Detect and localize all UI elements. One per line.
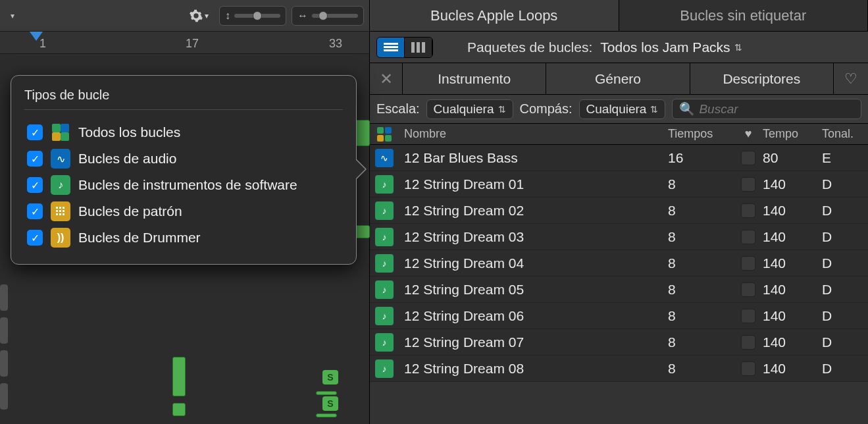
midi-region[interactable] bbox=[172, 403, 186, 416]
favorite-checkbox[interactable] bbox=[741, 282, 755, 297]
checkbox-checked[interactable]: ✓ bbox=[27, 230, 43, 246]
favorite-checkbox[interactable] bbox=[741, 361, 755, 376]
col-tempo[interactable]: Tempo bbox=[763, 127, 822, 141]
loop-beats: 8 bbox=[668, 176, 734, 192]
loop-row[interactable]: ∿12 Bar Blues Bass1680E bbox=[370, 145, 868, 171]
loop-key: D bbox=[822, 282, 868, 298]
loop-type-option[interactable]: ✓∿Bucles de audio bbox=[24, 146, 343, 172]
loop-row[interactable]: ♪12 String Dream 018140D bbox=[370, 171, 868, 198]
tab-apple-loops[interactable]: Bucles Apple Loops bbox=[370, 0, 619, 31]
filter-row: ✕ Instrumento Género Descriptores ♡ bbox=[370, 63, 868, 95]
favorite-checkbox[interactable] bbox=[741, 256, 755, 271]
checkbox-checked[interactable]: ✓ bbox=[27, 124, 43, 140]
loop-row[interactable]: ♪12 String Dream 078140D bbox=[370, 329, 868, 356]
favorite-checkbox[interactable] bbox=[741, 309, 755, 323]
filter-descriptors[interactable]: Descriptores bbox=[690, 63, 834, 94]
loop-key: D bbox=[822, 176, 868, 192]
loop-row[interactable]: ♪12 String Dream 088140D bbox=[370, 356, 868, 382]
chevron-updown-icon: ⇅ bbox=[498, 104, 506, 115]
svg-rect-2 bbox=[59, 207, 61, 209]
col-key[interactable]: Tonal. bbox=[822, 127, 868, 141]
arrange-toolbar: ▾ ▾ ↕ ↔ bbox=[0, 0, 369, 32]
loop-name: 12 String Dream 06 bbox=[399, 308, 668, 324]
tab-untagged-loops[interactable]: Bucles sin etiquetar bbox=[619, 0, 869, 31]
midi-region[interactable] bbox=[316, 391, 337, 395]
loop-beats: 8 bbox=[668, 255, 734, 271]
chevron-updown-icon: ⇅ bbox=[734, 42, 742, 53]
svg-rect-8 bbox=[59, 213, 61, 215]
timeline-ruler[interactable]: 1 17 33 bbox=[0, 32, 369, 54]
loop-beats: 8 bbox=[668, 229, 734, 245]
loop-name: 12 Bar Blues Bass bbox=[399, 150, 668, 166]
col-beats[interactable]: Tiempos bbox=[668, 127, 734, 141]
checkbox-checked[interactable]: ✓ bbox=[27, 203, 43, 219]
favorite-checkbox[interactable] bbox=[741, 335, 755, 350]
track-dropdown[interactable]: ▾ bbox=[3, 8, 22, 24]
loop-key: E bbox=[822, 150, 868, 166]
solo-badge[interactable]: S bbox=[322, 370, 338, 384]
loop-type-option[interactable]: ✓Todos los bucles bbox=[24, 119, 343, 146]
favorite-checkbox[interactable] bbox=[741, 203, 755, 218]
list-view-icon bbox=[384, 43, 398, 52]
loop-type-option[interactable]: ✓))Bucles de Drummer bbox=[24, 225, 343, 251]
loop-beats: 8 bbox=[668, 308, 734, 324]
checkbox-checked[interactable]: ✓ bbox=[27, 151, 43, 167]
svg-rect-14 bbox=[417, 42, 420, 53]
option-label: Bucles de patrón bbox=[78, 203, 182, 219]
packs-row: Paquetes de bucles: Todos los Jam Packs … bbox=[370, 32, 868, 63]
ruler-mark: 17 bbox=[186, 37, 199, 51]
col-name[interactable]: Nombre bbox=[399, 127, 668, 141]
favorite-checkbox[interactable] bbox=[741, 177, 755, 192]
loop-tempo: 140 bbox=[763, 203, 822, 219]
option-label: Bucles de instrumentos de software bbox=[78, 177, 297, 193]
loop-row[interactable]: ♪12 String Dream 038140D bbox=[370, 224, 868, 250]
loop-type-option[interactable]: ✓Bucles de patrón bbox=[24, 198, 343, 225]
software-loop-icon: ♪ bbox=[51, 175, 70, 195]
gear-menu[interactable]: ▾ bbox=[189, 9, 209, 23]
filter-genre[interactable]: Género bbox=[546, 63, 690, 94]
favorite-checkbox[interactable] bbox=[741, 230, 755, 244]
loop-browser: Bucles Apple Loops Bucles sin etiquetar … bbox=[370, 0, 868, 424]
scale-label: Escala: bbox=[376, 101, 420, 117]
compas-select[interactable]: Cualquiera ⇅ bbox=[579, 99, 666, 119]
svg-rect-5 bbox=[59, 210, 61, 212]
loop-type-option[interactable]: ✓♪Bucles de instrumentos de software bbox=[24, 172, 343, 198]
software-loop-icon: ♪ bbox=[375, 280, 394, 299]
loop-key: D bbox=[822, 203, 868, 219]
vertical-zoom[interactable]: ↕ bbox=[219, 6, 286, 26]
loop-name: 12 String Dream 05 bbox=[399, 282, 668, 298]
button-view-list[interactable] bbox=[377, 38, 405, 57]
track-header-stub[interactable] bbox=[0, 383, 8, 410]
software-loop-icon: ♪ bbox=[375, 333, 394, 352]
midi-region[interactable] bbox=[316, 413, 337, 417]
loop-row[interactable]: ♪12 String Dream 048140D bbox=[370, 250, 868, 277]
svg-rect-10 bbox=[384, 43, 398, 45]
loop-name: 12 String Dream 07 bbox=[399, 334, 668, 350]
loop-key: D bbox=[822, 361, 868, 377]
button-view-column[interactable] bbox=[405, 38, 432, 57]
col-favorite[interactable]: ♥ bbox=[734, 127, 763, 141]
packs-select[interactable]: Todos los Jam Packs ⇅ bbox=[600, 40, 742, 55]
filter-favorites[interactable]: ♡ bbox=[834, 63, 868, 94]
col-type-icon[interactable] bbox=[370, 126, 399, 142]
horizontal-arrows-icon: ↔ bbox=[297, 10, 308, 22]
loop-row[interactable]: ♪12 String Dream 058140D bbox=[370, 277, 868, 303]
track-header-stub[interactable] bbox=[0, 284, 8, 311]
horizontal-zoom[interactable]: ↔ bbox=[292, 6, 364, 26]
midi-region[interactable] bbox=[172, 357, 186, 396]
vertical-arrows-icon: ↕ bbox=[225, 10, 230, 22]
scale-select[interactable]: Cualquiera ⇅ bbox=[426, 99, 513, 119]
clear-filters-button[interactable]: ✕ bbox=[370, 63, 403, 94]
track-header-stub[interactable] bbox=[0, 317, 8, 344]
track-header-stub[interactable] bbox=[0, 350, 8, 377]
search-input[interactable]: 🔍 Buscar bbox=[672, 99, 861, 119]
loop-row[interactable]: ♪12 String Dream 068140D bbox=[370, 303, 868, 329]
popover-title: Tipos de bucle bbox=[24, 88, 343, 103]
solo-badge[interactable]: S bbox=[322, 396, 338, 411]
checkbox-checked[interactable]: ✓ bbox=[27, 177, 43, 193]
favorite-checkbox[interactable] bbox=[741, 151, 755, 165]
software-loop-icon: ♪ bbox=[375, 307, 394, 325]
filter-instrument[interactable]: Instrumento bbox=[403, 63, 546, 94]
chevron-updown-icon: ⇅ bbox=[650, 104, 658, 115]
loop-row[interactable]: ♪12 String Dream 028140D bbox=[370, 198, 868, 224]
